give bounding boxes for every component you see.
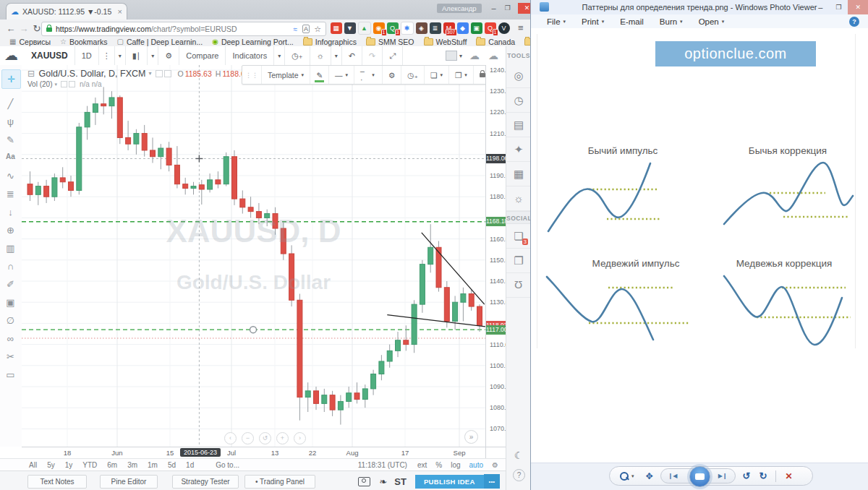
scroll-left-icon[interactable]: ‹: [224, 432, 237, 444]
range-5d[interactable]: 5d: [168, 461, 176, 469]
pinwheel-icon[interactable]: ✱: [401, 22, 414, 35]
bookmark-item[interactable]: ◉Deep Learning Port...: [212, 38, 294, 46]
stack-icon[interactable]: ≣: [430, 22, 441, 34]
range-3m[interactable]: 3m: [127, 461, 137, 469]
maximize-icon[interactable]: ❐: [505, 4, 511, 12]
candlestick-chart[interactable]: [22, 65, 485, 447]
browser-tab[interactable]: ☁ XAUUSD: 1112.95 ▼-0.15 ×: [6, 3, 127, 20]
pv-maximize-icon[interactable]: ❐: [829, 4, 848, 11]
crosshair-tool[interactable]: ✛: [1, 69, 21, 89]
undo-icon[interactable]: ↶: [342, 46, 362, 65]
reset-zoom-icon[interactable]: ↺: [259, 432, 271, 444]
previous-icon[interactable]: ❙◀: [668, 473, 678, 479]
zoom-in-tool[interactable]: ⊕: [0, 225, 21, 236]
tradingview-logo[interactable]: ☁: [4, 47, 18, 64]
grid-extension-icon[interactable]: ▦: [331, 22, 342, 34]
tab-close-icon[interactable]: ×: [118, 7, 122, 16]
stocktwits-button[interactable]: ST: [394, 476, 407, 487]
monkey-icon[interactable]: ◈: [416, 22, 427, 34]
hotlists-icon[interactable]: ✦: [506, 137, 531, 162]
range-ytd[interactable]: YTD: [82, 461, 97, 469]
axis-settings-icon[interactable]: ⚙: [492, 461, 498, 469]
volume-legend[interactable]: Vol (20) ▾ n/a n/a: [27, 80, 102, 88]
copy-icon[interactable]: ❐▾: [449, 66, 474, 84]
drive-icon[interactable]: ▲: [358, 22, 371, 35]
pv-help-icon[interactable]: ?: [849, 17, 859, 27]
compare-button[interactable]: Compare: [179, 46, 226, 65]
alert-add-icon[interactable]: ◷₊: [285, 46, 310, 65]
zoom-dropdown-icon[interactable]: ▾: [631, 473, 634, 479]
arrow-mark-tool[interactable]: ↓: [0, 207, 21, 218]
q-red-icon[interactable]: Q1: [485, 22, 496, 34]
drawing-alert-icon[interactable]: ◷₊: [401, 66, 425, 84]
slideshow-button[interactable]: [689, 466, 710, 487]
v-circle-icon[interactable]: V: [498, 22, 510, 34]
stock-screener-icon[interactable]: ◎: [506, 64, 531, 88]
legend-settings-icon[interactable]: [164, 70, 171, 77]
chart-legend[interactable]: ⊟ Gold/U.S. Dollar, D, FXCM ▾ O 1185.63 …: [27, 68, 275, 79]
pitchfork-tool[interactable]: ψ: [0, 116, 21, 127]
range-1m[interactable]: 1m: [148, 461, 158, 469]
scroll-to-recent-icon[interactable]: »: [464, 430, 478, 444]
text-tool[interactable]: Aa: [0, 152, 21, 160]
snapshot-camera-icon[interactable]: [358, 477, 370, 486]
auto-toggle[interactable]: auto: [469, 461, 483, 469]
price-axis[interactable]: 1240.001230.001220.001210.001190.001180.…: [485, 65, 506, 447]
range-6m[interactable]: 6m: [107, 461, 117, 469]
rotate-left-icon[interactable]: ↺: [743, 470, 751, 481]
range-all[interactable]: All: [29, 461, 37, 469]
chart-style-icon[interactable]: ▮∣: [126, 46, 148, 65]
q-green-icon[interactable]: Q3: [387, 22, 399, 34]
delete-icon[interactable]: ✕: [785, 471, 792, 481]
log-toggle[interactable]: log: [451, 461, 460, 469]
pv-minimize-icon[interactable]: –: [812, 3, 829, 12]
interval-dropdown-icon[interactable]: ▾: [115, 46, 126, 65]
legend-toggle-icon[interactable]: [156, 70, 163, 77]
pv-menu-file[interactable]: File▾: [547, 17, 566, 26]
scroll-right-icon[interactable]: ›: [294, 432, 306, 444]
notifications-icon[interactable]: Ω: [506, 273, 531, 298]
tab-strategy-tester[interactable]: Strategy Tester: [172, 475, 239, 489]
ideas-stream-icon[interactable]: ☼: [506, 186, 531, 211]
trash-tool[interactable]: ▭: [0, 369, 21, 380]
bookmark-item[interactable]: ▢Caffe | Deep Learnin...: [116, 38, 203, 46]
bookmark-item[interactable]: Infographics: [303, 38, 357, 46]
interval-menu-icon[interactable]: ⋮: [99, 46, 115, 65]
actual-size-icon[interactable]: ✥: [646, 471, 653, 481]
translate-icon[interactable]: A: [302, 25, 310, 33]
private-chat-icon[interactable]: ❐: [506, 249, 531, 273]
indicators-dropdown-icon[interactable]: ▾: [274, 46, 285, 65]
lock-drawings-tool[interactable]: ▣: [0, 297, 21, 308]
remove-drawings-tool[interactable]: ✂: [0, 351, 21, 362]
range-1d[interactable]: 1d: [186, 461, 194, 469]
range-5y[interactable]: 5y: [47, 461, 55, 469]
bookmark-item[interactable]: ▦Сервисы: [9, 38, 51, 46]
brush-tool[interactable]: ✎: [0, 134, 21, 145]
chart-area[interactable]: XAUUSD, D Gold/U.S. Dollar ⊟ Gold/U.S. D…: [22, 65, 485, 447]
link-tool[interactable]: ∞: [0, 333, 21, 344]
zoom-out-icon[interactable]: −: [242, 432, 254, 444]
toolbar-drag-handle[interactable]: ⋮⋮: [242, 66, 262, 84]
pv-close-icon[interactable]: ✕: [848, 0, 868, 14]
wave-icon[interactable]: ≈: [294, 25, 298, 33]
pocket-icon[interactable]: ▼: [344, 22, 356, 34]
time-axis[interactable]: 2015-06-23 18Jun15Jul1322Aug17Sep: [22, 447, 485, 459]
twitter-bird-icon[interactable]: ❧: [379, 476, 387, 487]
profile-button[interactable]: Александр: [437, 4, 482, 13]
back-icon[interactable]: ←: [4, 23, 17, 34]
bookmark-item[interactable]: ☆Bookmarks: [60, 38, 107, 46]
save-layout-cloud-icon[interactable]: ☁: [488, 50, 498, 61]
tab-pine-editor[interactable]: Pine Editor: [100, 475, 158, 489]
percent-toggle[interactable]: %: [435, 461, 442, 469]
magnet-tool[interactable]: ∩: [0, 261, 21, 272]
zoom-in-icon[interactable]: +: [276, 432, 289, 444]
night-mode-icon[interactable]: ☾: [506, 450, 531, 461]
drawing-settings-icon[interactable]: ⚙: [383, 66, 401, 84]
fullscreen-icon[interactable]: ⤢: [383, 46, 403, 65]
economic-calendar-icon[interactable]: ▦: [506, 162, 531, 186]
https-padlock-icon[interactable]: [46, 27, 52, 32]
forward-icon[interactable]: →: [17, 23, 30, 34]
publish-more-button[interactable]: •••: [484, 474, 500, 489]
forecast-tool[interactable]: ≣: [0, 189, 21, 199]
tab-text-notes[interactable]: Text Notes: [27, 475, 87, 489]
